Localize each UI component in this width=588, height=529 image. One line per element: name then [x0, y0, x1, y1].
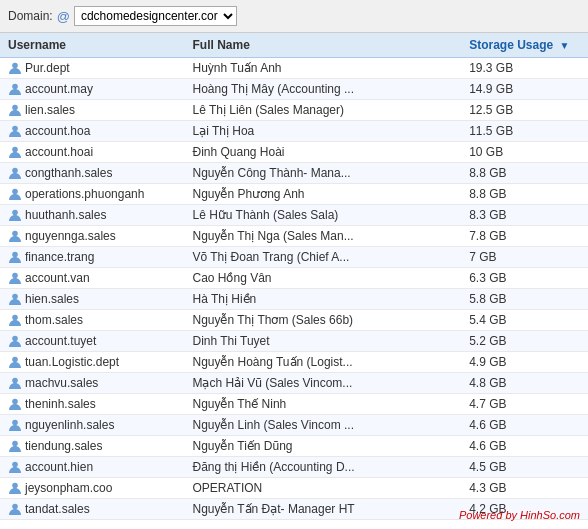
user-icon: [8, 502, 22, 516]
fullname-cell: Hoàng Thị Mây (Accounting ...: [184, 79, 461, 100]
storage-cell: 10 GB: [461, 142, 588, 163]
username-text: tandat.sales: [25, 502, 90, 516]
username-cell[interactable]: congthanh.sales: [0, 163, 184, 184]
fullname-cell: Mạch Hải Vũ (Sales Vincom...: [184, 373, 461, 394]
user-icon: [8, 397, 22, 411]
username-text: account.may: [25, 82, 93, 96]
user-icon: [8, 460, 22, 474]
username-text: tiendung.sales: [25, 439, 102, 453]
svg-point-5: [12, 168, 18, 174]
fullname-cell: Huỳnh Tuấn Anh: [184, 58, 461, 79]
username-text: account.tuyet: [25, 334, 96, 348]
username-cell[interactable]: nguyennga.sales: [0, 226, 184, 247]
col-fullname-header[interactable]: Full Name: [184, 33, 461, 58]
username-cell[interactable]: thom.sales: [0, 310, 184, 331]
table-row: huuthanh.sales Lê Hữu Thành (Sales Sala)…: [0, 205, 588, 226]
storage-cell: 8.3 GB: [461, 205, 588, 226]
table-row: hien.sales Hà Thị Hiền5.8 GB: [0, 289, 588, 310]
storage-cell: 19.3 GB: [461, 58, 588, 79]
username-text: huuthanh.sales: [25, 208, 106, 222]
fullname-cell: Đăng thị Hiền (Accounting D...: [184, 457, 461, 478]
table-header: Username Full Name Storage Usage ▼: [0, 33, 588, 58]
username-cell[interactable]: account.hoa: [0, 121, 184, 142]
fullname-cell: Đinh Quang Hoài: [184, 142, 461, 163]
fullname-cell: Nguyễn Hoàng Tuấn (Logist...: [184, 352, 461, 373]
table-row: account.hoai Đinh Quang Hoài10 GB: [0, 142, 588, 163]
user-icon: [8, 439, 22, 453]
username-cell[interactable]: huuthanh.sales: [0, 205, 184, 226]
username-cell[interactable]: tandat.sales: [0, 499, 184, 520]
username-text: finance.trang: [25, 250, 94, 264]
username-cell[interactable]: finance.trang: [0, 247, 184, 268]
storage-cell: 4.7 GB: [461, 394, 588, 415]
fullname-cell: Võ Thị Đoan Trang (Chief A...: [184, 247, 461, 268]
username-cell[interactable]: tuan.Logistic.dept: [0, 352, 184, 373]
storage-cell: 4.6 GB: [461, 415, 588, 436]
user-icon: [8, 418, 22, 432]
domain-at-icon: @: [57, 9, 70, 24]
table-row: finance.trang Võ Thị Đoan Trang (Chief A…: [0, 247, 588, 268]
fullname-cell: Nguyễn Thị Nga (Sales Man...: [184, 226, 461, 247]
table-row: nguyennga.sales Nguyễn Thị Nga (Sales Ma…: [0, 226, 588, 247]
username-text: congthanh.sales: [25, 166, 112, 180]
username-cell[interactable]: machvu.sales: [0, 373, 184, 394]
table-body: Pur.dept Huỳnh Tuấn Anh19.3 GB account.m…: [0, 58, 588, 520]
svg-point-4: [12, 147, 18, 153]
svg-point-20: [12, 483, 18, 489]
domain-select[interactable]: cdchomedesigncenter.cor: [74, 6, 237, 26]
fullname-cell: Nguyễn Linh (Sales Vincom ...: [184, 415, 461, 436]
username-cell[interactable]: account.hien: [0, 457, 184, 478]
username-cell[interactable]: account.tuyet: [0, 331, 184, 352]
username-cell[interactable]: jeysonpham.coo: [0, 478, 184, 499]
username-cell[interactable]: account.hoai: [0, 142, 184, 163]
username-cell[interactable]: account.van: [0, 268, 184, 289]
svg-point-12: [12, 315, 18, 321]
username-cell[interactable]: Pur.dept: [0, 58, 184, 79]
domain-bar: Domain: @ cdchomedesigncenter.cor: [0, 0, 588, 33]
svg-point-1: [12, 84, 18, 90]
username-cell[interactable]: nguyenlinh.sales: [0, 415, 184, 436]
fullname-cell: Dinh Thi Tuyet: [184, 331, 461, 352]
username-text: machvu.sales: [25, 376, 98, 390]
svg-point-0: [12, 63, 18, 69]
fullname-cell: OPERATION: [184, 478, 461, 499]
username-text: theninh.sales: [25, 397, 96, 411]
svg-point-2: [12, 105, 18, 111]
username-text: account.van: [25, 271, 90, 285]
username-cell[interactable]: operations.phuonganh: [0, 184, 184, 205]
storage-cell: 5.2 GB: [461, 331, 588, 352]
user-icon: [8, 334, 22, 348]
table-row: account.van Cao Hồng Vân6.3 GB: [0, 268, 588, 289]
col-username-header[interactable]: Username: [0, 33, 184, 58]
storage-cell: 8.8 GB: [461, 184, 588, 205]
user-icon: [8, 292, 22, 306]
svg-point-11: [12, 294, 18, 300]
username-cell[interactable]: lien.sales: [0, 100, 184, 121]
table-row: congthanh.sales Nguyễn Công Thành- Mana.…: [0, 163, 588, 184]
username-cell[interactable]: hien.sales: [0, 289, 184, 310]
svg-point-17: [12, 420, 18, 426]
user-icon: [8, 271, 22, 285]
user-icon: [8, 208, 22, 222]
fullname-cell: Hà Thị Hiền: [184, 289, 461, 310]
username-text: nguyennga.sales: [25, 229, 116, 243]
fullname-cell: Nguyễn Công Thành- Mana...: [184, 163, 461, 184]
user-icon: [8, 124, 22, 138]
fullname-cell: Lại Thị Hoa: [184, 121, 461, 142]
username-text: account.hoa: [25, 124, 90, 138]
username-cell[interactable]: tiendung.sales: [0, 436, 184, 457]
fullname-cell: Nguyễn Phương Anh: [184, 184, 461, 205]
storage-cell: 7 GB: [461, 247, 588, 268]
username-text: account.hoai: [25, 145, 93, 159]
svg-point-8: [12, 231, 18, 237]
storage-cell: 4.9 GB: [461, 352, 588, 373]
svg-point-16: [12, 399, 18, 405]
svg-point-13: [12, 336, 18, 342]
svg-point-9: [12, 252, 18, 258]
username-cell[interactable]: theninh.sales: [0, 394, 184, 415]
username-cell[interactable]: account.may: [0, 79, 184, 100]
col-storage-header[interactable]: Storage Usage ▼: [461, 33, 588, 58]
table-row: account.hien Đăng thị Hiền (Accounting D…: [0, 457, 588, 478]
svg-point-7: [12, 210, 18, 216]
user-icon: [8, 229, 22, 243]
